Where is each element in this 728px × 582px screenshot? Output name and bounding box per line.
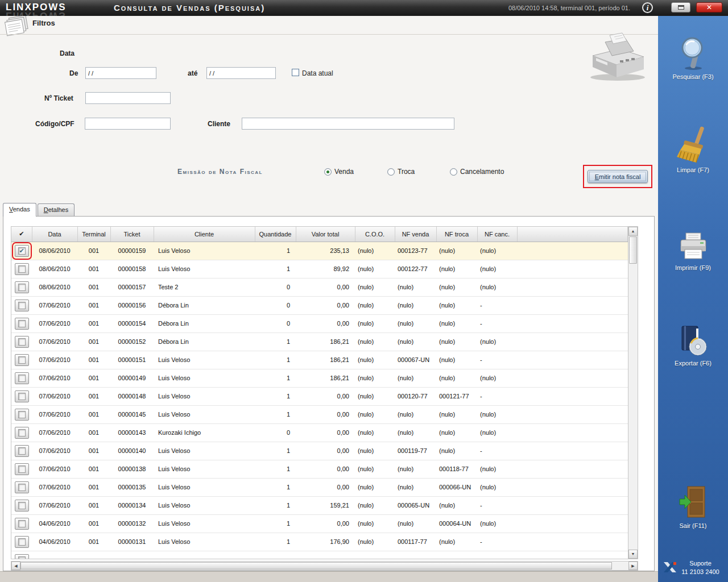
info-icon[interactable]: i bbox=[642, 2, 653, 13]
sidebar-button-limpar[interactable]: Limpar (F7) bbox=[658, 126, 728, 173]
close-button[interactable]: ✕ bbox=[696, 2, 722, 13]
minimize-button[interactable] bbox=[671, 2, 690, 13]
emitir-nota-fiscal-button[interactable]: Emitir nota fiscal bbox=[588, 170, 648, 183]
sales-row[interactable]: 07/06/201000100000140Luis Veloso10,00(nu… bbox=[11, 442, 628, 460]
column-header[interactable] bbox=[517, 227, 628, 242]
sales-row[interactable]: 07/06/201000100000148Luis Veloso10,00(nu… bbox=[11, 387, 628, 405]
sales-row[interactable]: 07/06/201000100000138Luis Veloso10,00(nu… bbox=[11, 460, 628, 478]
sales-row[interactable]: 04/06/201000100000131Luis Veloso1176,90(… bbox=[11, 533, 628, 551]
cell-coo: (nulo) bbox=[355, 478, 395, 496]
sales-row[interactable]: 07/06/201000100000135Luis Veloso10,00(nu… bbox=[11, 478, 628, 496]
column-header[interactable]: Valor total bbox=[296, 227, 355, 242]
row-checkbox[interactable] bbox=[15, 372, 29, 384]
column-header[interactable]: Terminal bbox=[77, 227, 110, 242]
column-header[interactable]: NF canc. bbox=[477, 227, 517, 242]
row-checkbox[interactable] bbox=[15, 281, 29, 293]
cell-nft: (nulo) bbox=[436, 496, 477, 514]
vertical-scrollbar-thumb[interactable] bbox=[629, 236, 637, 264]
row-checkbox[interactable] bbox=[15, 518, 29, 530]
window-title: Consulta de Vendas (Pesquisa) bbox=[114, 0, 265, 16]
current-date-checkbox[interactable] bbox=[292, 69, 299, 76]
row-checkbox[interactable] bbox=[15, 263, 29, 275]
vertical-scrollbar[interactable]: ▲ ▼ bbox=[628, 227, 638, 559]
scroll-right-button[interactable]: ▶ bbox=[628, 562, 638, 570]
sales-row[interactable]: ✔08/06/201000100000159Luis Veloso1235,13… bbox=[11, 242, 628, 260]
sidebar-button-pesquisar[interactable]: Pesquisar (F3) bbox=[658, 35, 728, 80]
sales-row[interactable]: 07/06/201000100000151Luis Veloso1186,21(… bbox=[11, 351, 628, 369]
checkbox-cell bbox=[11, 478, 32, 496]
column-header[interactable]: ✔ bbox=[11, 227, 32, 242]
client-input[interactable] bbox=[242, 118, 454, 130]
sales-row[interactable]: 08/06/201000100000157Teste 200,00(nulo)(… bbox=[11, 278, 628, 296]
row-checkbox[interactable] bbox=[15, 354, 29, 366]
sales-row[interactable]: 07/06/201000100000143Kurozaki Ichigo00,0… bbox=[11, 423, 628, 442]
row-checkbox[interactable] bbox=[15, 481, 29, 493]
column-header[interactable]: Quantidade bbox=[255, 227, 296, 242]
row-checkbox[interactable] bbox=[15, 409, 29, 421]
column-header[interactable]: Data bbox=[32, 227, 77, 242]
cell-nfv: (nulo) bbox=[395, 405, 436, 423]
checkmark-icon: ✔ bbox=[18, 247, 26, 255]
row-checkbox[interactable] bbox=[15, 318, 29, 330]
broom-icon bbox=[658, 126, 728, 165]
row-checkbox[interactable] bbox=[15, 300, 29, 311]
column-header[interactable]: NF troca bbox=[436, 227, 477, 242]
scroll-down-button[interactable]: ▼ bbox=[628, 550, 638, 559]
code-cpf-input[interactable] bbox=[85, 118, 171, 130]
sidebar-button-sair[interactable]: Sair (F11) bbox=[658, 485, 728, 529]
row-checkbox[interactable]: ✔ bbox=[15, 245, 29, 257]
sales-row[interactable]: 07/06/201000100000156Débora Lin00,00(nul… bbox=[11, 296, 628, 314]
scroll-left-button[interactable]: ◀ bbox=[11, 562, 20, 570]
row-checkbox[interactable] bbox=[15, 463, 29, 475]
cell-ticket: 00000152 bbox=[110, 332, 154, 351]
radio-cancelamento[interactable]: Cancelamento bbox=[450, 168, 504, 176]
checkbox-inner bbox=[18, 265, 26, 273]
sales-row[interactable]: 07/06/201000100000145Luis Veloso10,00(nu… bbox=[11, 405, 628, 423]
sales-row[interactable]: 04/06/201000100000132Luis Veloso10,00(nu… bbox=[11, 514, 628, 533]
tab-detalhes[interactable]: Detalhes bbox=[38, 203, 75, 216]
cell-terminal: 001 bbox=[77, 369, 110, 387]
cell-terminal: 001 bbox=[77, 242, 110, 260]
radio-venda[interactable]: Venda bbox=[324, 168, 354, 176]
date-to-input[interactable] bbox=[206, 67, 276, 79]
radio-troca[interactable]: Troca bbox=[387, 168, 415, 176]
sales-row[interactable]: 08/06/201000100000158Luis Veloso189,92(n… bbox=[11, 260, 628, 278]
app-logo-reflection: LINXPOWS bbox=[6, 10, 67, 16]
sales-row[interactable]: 07/06/201000100000149Luis Veloso1186,21(… bbox=[11, 369, 628, 387]
horizontal-scrollbar[interactable]: ◀ ▶ bbox=[11, 561, 638, 571]
row-checkbox[interactable] bbox=[15, 427, 29, 439]
sidebar-button-exportar[interactable]: Exportar (F6) bbox=[658, 324, 728, 367]
ticket-input[interactable] bbox=[85, 92, 171, 104]
row-checkbox[interactable] bbox=[15, 336, 29, 348]
sales-row[interactable]: 07/06/201000100000134Luis Veloso1159,21(… bbox=[11, 496, 628, 514]
cell-nft: (nulo) bbox=[436, 351, 477, 369]
row-checkbox[interactable] bbox=[15, 445, 29, 457]
cell-valor: 186,21 bbox=[296, 332, 355, 351]
horizontal-scrollbar-thumb[interactable] bbox=[20, 562, 612, 569]
column-header[interactable]: C.O.O. bbox=[355, 227, 395, 242]
sales-row[interactable]: 07/06/201000100000154Débora Lin00,00(nul… bbox=[11, 314, 628, 332]
scroll-up-button[interactable]: ▲ bbox=[628, 227, 638, 236]
column-header[interactable]: Ticket bbox=[110, 227, 154, 242]
column-header[interactable]: NF venda bbox=[395, 227, 436, 242]
row-checkbox[interactable] bbox=[15, 500, 29, 512]
cell-ticket: 00000149 bbox=[110, 369, 154, 387]
cell-terminal: 001 bbox=[77, 260, 110, 278]
tab-vendas[interactable]: Vendas bbox=[3, 203, 36, 217]
checkbox-inner bbox=[18, 484, 26, 491]
cell-terminal: 001 bbox=[77, 296, 110, 314]
row-checkbox[interactable] bbox=[15, 390, 29, 402]
column-header[interactable]: Cliente bbox=[154, 227, 255, 242]
cell-data: 07/06/2010 bbox=[32, 496, 77, 514]
sales-row[interactable]: 07/06/201000100000152Débora Lin1186,21(n… bbox=[11, 332, 628, 351]
cell-data: 07/06/2010 bbox=[32, 314, 77, 332]
cell-data: 07/06/2010 bbox=[32, 351, 77, 369]
row-checkbox[interactable] bbox=[15, 536, 29, 548]
date-from-input[interactable] bbox=[85, 67, 156, 79]
cell-nft: (nulo) bbox=[436, 242, 477, 260]
cell-cliente: Luis Veloso bbox=[154, 387, 255, 405]
sidebar-button-imprimir[interactable]: Imprimir (F9) bbox=[658, 232, 728, 271]
cell-fill bbox=[517, 387, 628, 405]
cell-coo: (nulo) bbox=[355, 369, 395, 387]
row-checkbox[interactable] bbox=[15, 554, 29, 560]
